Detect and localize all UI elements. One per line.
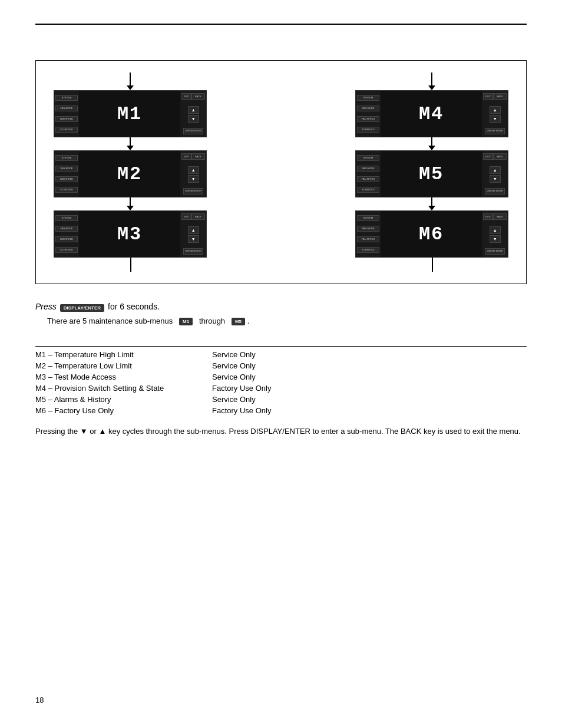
- system-btn[interactable]: SYSTEM: [55, 215, 78, 222]
- left-buttons: SYSTEM FAN MODE FAN SPEED SCHEDULE: [356, 151, 381, 197]
- display-m2: M2: [79, 151, 180, 197]
- right-area-m6: EXIT BACK ▲ ▼ DISPLAY ENTER: [482, 211, 508, 257]
- fan-mode-btn[interactable]: FAN MODE: [55, 226, 78, 232]
- menu-item-1: M2 – Temperature Low Limit: [35, 361, 212, 370]
- bottom-note: Pressing the ▼ or ▲ key cycles through t…: [35, 426, 527, 438]
- schedule-btn[interactable]: SCHEDULE: [55, 247, 78, 253]
- sub-menus-line: There are 5 maintenance sub-menus M1 thr…: [47, 317, 527, 325]
- exit-btn[interactable]: EXIT: [483, 93, 493, 100]
- menu-item-0: M1 – Temperature High Limit: [35, 350, 212, 359]
- arrow-head: [127, 146, 134, 150]
- display-enter-btn[interactable]: DISPLAY ENTER: [485, 128, 504, 134]
- exit-btn[interactable]: EXIT: [181, 213, 191, 220]
- exit-btn[interactable]: EXIT: [483, 213, 493, 220]
- menu-row-2: M3 – Test Mode Access Service Only: [35, 371, 527, 383]
- up-btn[interactable]: ▲: [490, 106, 501, 114]
- fan-speed-btn[interactable]: FAN SPEED: [357, 236, 379, 243]
- back-btn[interactable]: BACK: [493, 153, 507, 160]
- through-label: through: [199, 317, 225, 325]
- exit-btn[interactable]: EXIT: [181, 93, 191, 100]
- exit-back-row: EXIT BACK: [483, 153, 507, 160]
- thermostat-m5: SYSTEM FAN MODE FAN SPEED SCHEDULE M5 EX…: [355, 150, 508, 197]
- system-btn[interactable]: SYSTEM: [357, 215, 379, 222]
- fan-speed-btn[interactable]: FAN SPEED: [357, 176, 379, 183]
- fan-speed-btn[interactable]: FAN SPEED: [55, 176, 78, 183]
- down-btn[interactable]: ▼: [188, 235, 199, 243]
- arrow-line: [431, 73, 432, 85]
- fan-speed-btn[interactable]: FAN SPEED: [357, 116, 379, 123]
- press-line: Press DISPLAY/ENTER for 6 seconds.: [35, 302, 527, 312]
- exit-back-row: EXIT BACK: [181, 93, 205, 100]
- m1-icon: M1: [179, 318, 193, 325]
- display-enter-btn[interactable]: DISPLAY ENTER: [485, 248, 504, 255]
- down-btn[interactable]: ▼: [490, 175, 501, 183]
- up-btn[interactable]: ▲: [490, 166, 501, 174]
- bottom-connector-right: [355, 258, 508, 272]
- schedule-btn[interactable]: SCHEDULE: [357, 187, 379, 193]
- exit-back-row: EXIT BACK: [483, 93, 507, 100]
- text-section: Press DISPLAY/ENTER for 6 seconds. There…: [35, 302, 527, 438]
- system-btn[interactable]: SYSTEM: [55, 95, 78, 101]
- bottom-note-text: Pressing the ▼ or ▲ key cycles through t…: [35, 427, 521, 436]
- system-btn[interactable]: SYSTEM: [357, 155, 379, 162]
- menu-access-1: Service Only: [212, 361, 256, 370]
- menu-access-0: Service Only: [212, 350, 256, 359]
- fan-mode-btn[interactable]: FAN MODE: [55, 106, 78, 112]
- menu-table: M1 – Temperature High Limit Service Only…: [35, 335, 527, 416]
- exit-btn[interactable]: EXIT: [483, 153, 493, 160]
- up-btn[interactable]: ▲: [490, 226, 501, 234]
- back-btn[interactable]: BACK: [191, 153, 205, 160]
- down-btn[interactable]: ▼: [490, 115, 501, 123]
- fan-mode-btn[interactable]: FAN MODE: [357, 166, 379, 172]
- display-enter-btn[interactable]: DISPLAY ENTER: [183, 248, 203, 255]
- top-arrow-right: [428, 73, 435, 90]
- left-buttons: SYSTEM FAN MODE FAN SPEED SCHEDULE: [356, 211, 381, 257]
- down-btn[interactable]: ▼: [490, 235, 501, 243]
- system-btn[interactable]: SYSTEM: [55, 155, 78, 162]
- bottom-connector-left: [54, 258, 207, 272]
- exit-btn[interactable]: EXIT: [181, 153, 191, 160]
- fan-mode-btn[interactable]: FAN MODE: [357, 226, 379, 232]
- display-enter-btn[interactable]: DISPLAY ENTER: [485, 188, 504, 195]
- back-btn[interactable]: BACK: [493, 213, 507, 220]
- back-btn[interactable]: BACK: [191, 213, 205, 220]
- left-buttons: SYSTEM FAN MODE FAN SPEED SCHEDULE: [54, 91, 79, 137]
- up-btn[interactable]: ▲: [188, 106, 199, 114]
- display-text-m6: M6: [419, 223, 444, 245]
- menu-item-2: M3 – Test Mode Access: [35, 373, 212, 381]
- arrow-line: [431, 137, 432, 146]
- up-btn[interactable]: ▲: [188, 166, 199, 174]
- display-enter-btn[interactable]: DISPLAY ENTER: [183, 188, 203, 195]
- menu-access-4: Service Only: [212, 395, 256, 404]
- system-btn[interactable]: SYSTEM: [357, 95, 379, 101]
- back-btn[interactable]: BACK: [493, 93, 507, 100]
- up-btn[interactable]: ▲: [188, 226, 199, 234]
- left-buttons: SYSTEM FAN MODE FAN SPEED SCHEDULE: [54, 211, 79, 257]
- press-label: Press: [35, 302, 57, 311]
- thermostat-m4: SYSTEM FAN MODE FAN SPEED SCHEDULE M4 EX…: [355, 90, 508, 137]
- m5-icon: M5: [232, 318, 245, 325]
- bottom-line: [432, 258, 433, 272]
- press-suffix: for 6 seconds.: [108, 302, 160, 311]
- back-btn[interactable]: BACK: [191, 93, 205, 100]
- press-key-icon: DISPLAY/ENTER: [60, 304, 104, 312]
- schedule-btn[interactable]: SCHEDULE: [55, 187, 78, 193]
- schedule-btn[interactable]: SCHEDULE: [357, 247, 379, 253]
- down-btn[interactable]: ▼: [188, 175, 199, 183]
- display-enter-btn[interactable]: DISPLAY ENTER: [183, 128, 203, 134]
- schedule-btn[interactable]: SCHEDULE: [357, 127, 379, 133]
- down-btn[interactable]: ▼: [188, 115, 199, 123]
- page-number: 18: [35, 696, 44, 704]
- schedule-btn[interactable]: SCHEDULE: [55, 127, 78, 133]
- menu-item-5: M6 – Factory Use Only: [35, 406, 212, 415]
- fan-mode-btn[interactable]: FAN MODE: [357, 106, 379, 112]
- nav-buttons: ▲ ▼: [490, 106, 501, 123]
- right-column: SYSTEM FAN MODE FAN SPEED SCHEDULE M4 EX…: [355, 73, 508, 272]
- arrow-line: [130, 73, 131, 85]
- fan-mode-btn[interactable]: FAN MODE: [55, 166, 78, 172]
- fan-speed-btn[interactable]: FAN SPEED: [55, 236, 78, 243]
- fan-speed-btn[interactable]: FAN SPEED: [55, 116, 78, 123]
- top-border: [35, 24, 527, 25]
- display-m4: M4: [381, 91, 482, 137]
- display-text-m4: M4: [419, 103, 444, 125]
